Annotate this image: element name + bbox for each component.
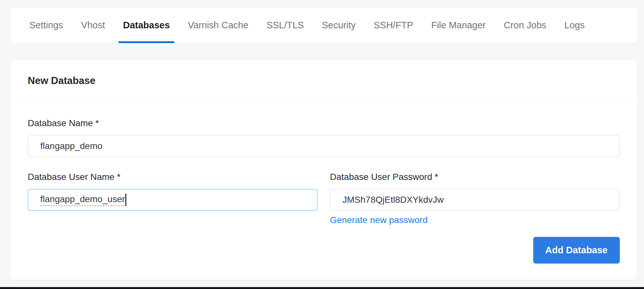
database-name-field-group: Database Name * (28, 118, 620, 157)
new-database-card: New Database Database Name * Database Us… (10, 60, 638, 280)
database-name-label: Database Name * (28, 118, 620, 129)
tab-bar: Settings Vhost Databases Varnish Cache S… (10, 7, 638, 43)
tab-logs[interactable]: Logs (560, 8, 589, 43)
database-user-name-label: Database User Name * (28, 172, 318, 182)
tab-settings[interactable]: Settings (25, 8, 68, 43)
text-caret (125, 194, 126, 206)
generate-password-link[interactable]: Generate new password (330, 215, 428, 225)
tab-security[interactable]: Security (317, 8, 360, 43)
database-user-name-value: flangapp_demo_user (40, 194, 125, 206)
tab-cron-jobs[interactable]: Cron Jobs (499, 8, 551, 43)
tab-ssh-ftp[interactable]: SSH/FTP (369, 8, 418, 43)
button-row: Add Database (28, 237, 620, 264)
database-user-name-field-group: Database User Name * flangapp_demo_user (28, 172, 318, 211)
database-user-name-input[interactable]: flangapp_demo_user (28, 189, 318, 211)
window-bottom-edge (0, 287, 644, 289)
database-user-password-input[interactable] (330, 189, 620, 211)
tab-databases[interactable]: Databases (119, 8, 174, 43)
tab-vhost[interactable]: Vhost (77, 8, 110, 43)
database-name-input[interactable] (28, 135, 620, 157)
tab-file-manager[interactable]: File Manager (427, 8, 490, 43)
credentials-row: Database User Name * flangapp_demo_user … (28, 172, 620, 225)
add-database-button[interactable]: Add Database (533, 237, 620, 264)
card-title: New Database (28, 75, 95, 87)
database-user-password-field-group: Database User Password * Generate new pa… (330, 172, 620, 225)
tab-ssl-tls[interactable]: SSL/TLS (262, 8, 308, 43)
database-user-password-label: Database User Password * (330, 172, 620, 182)
card-body: Database Name * Database User Name * fla… (10, 102, 637, 281)
card-header: New Database (10, 60, 637, 102)
tab-varnish-cache[interactable]: Varnish Cache (183, 8, 253, 43)
